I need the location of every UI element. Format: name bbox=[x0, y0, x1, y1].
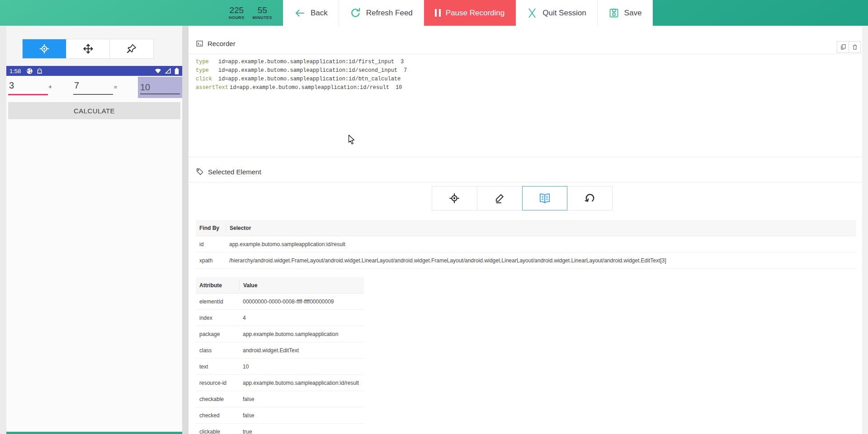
attribute-key: clickable bbox=[196, 429, 239, 434]
step-value: 7 bbox=[404, 66, 407, 75]
timer-hours-value: 225 bbox=[229, 6, 244, 15]
attribute-row: index 4 bbox=[196, 310, 364, 326]
cell-signal-icon bbox=[165, 68, 171, 74]
refresh-feed-button[interactable]: Refresh Feed bbox=[339, 0, 424, 26]
first-input-underline bbox=[8, 94, 48, 95]
attributes-table: Attribute Value elementId 00000000-0000-… bbox=[196, 277, 364, 434]
step-command: type bbox=[196, 58, 217, 66]
result-value: 10 bbox=[140, 82, 150, 93]
locate-element-button[interactable] bbox=[432, 186, 477, 210]
attribute-value: false bbox=[239, 412, 364, 419]
step-command: click bbox=[196, 75, 217, 84]
back-button[interactable]: Back bbox=[283, 0, 339, 26]
find-by-value: /hierarchy/android.widget.FrameLayout/an… bbox=[226, 257, 856, 264]
timer-minutes-value: 55 bbox=[258, 6, 267, 15]
copy-button[interactable] bbox=[837, 41, 849, 53]
find-by-value: app.example.butomo.sampleapplication:id/… bbox=[226, 241, 856, 247]
find-by-key: xpath bbox=[196, 257, 226, 264]
second-input-field[interactable]: 7 bbox=[74, 80, 79, 91]
pause-recording-label: Pause Recording bbox=[446, 9, 505, 18]
step-value: 3 bbox=[401, 58, 404, 66]
device-screen[interactable]: 3 + 7 = 10 CALCULATE bbox=[6, 76, 182, 432]
recorder-actions bbox=[837, 41, 861, 53]
timer-hours: 225 HOURS bbox=[229, 6, 245, 20]
save-floppy-icon bbox=[609, 8, 619, 19]
recorded-step: click id=app.example.butomo.sampleapplic… bbox=[196, 75, 407, 84]
attribute-header-cell: Attribute bbox=[196, 282, 239, 289]
recorder-bottom-divider bbox=[189, 157, 862, 157]
selector-header-cell: Selector bbox=[226, 224, 856, 233]
attribute-value: false bbox=[239, 396, 364, 402]
attribute-key: resource-id bbox=[196, 380, 239, 386]
find-by-header-cell: Find By bbox=[196, 225, 226, 231]
calculate-button[interactable]: CALCULATE bbox=[8, 102, 180, 119]
recorder-header: Recorder bbox=[196, 40, 236, 47]
left-scrollbar[interactable] bbox=[0, 26, 6, 434]
refresh-element-button[interactable] bbox=[567, 186, 613, 210]
topbar-button-group: Back Refresh Feed Pause Recording Quit S… bbox=[283, 0, 653, 26]
edit-element-button[interactable] bbox=[477, 186, 523, 210]
attribute-key: text bbox=[196, 364, 239, 370]
top-bar: 225 HOURS 55 MINUTES Back Refresh Feed bbox=[0, 0, 868, 26]
plus-label: + bbox=[48, 83, 52, 90]
mirror-toolbar bbox=[22, 39, 154, 59]
quit-x-icon bbox=[527, 7, 538, 19]
step-selector: id=app.example.butomo.sampleapplication:… bbox=[218, 66, 397, 75]
wifi-icon bbox=[155, 68, 161, 74]
save-button-label: Save bbox=[624, 9, 642, 18]
attribute-value: app.example.butomo.sampleapplication bbox=[239, 331, 364, 337]
pause-recording-button[interactable]: Pause Recording bbox=[424, 0, 516, 26]
timer-hours-unit: HOURS bbox=[229, 16, 245, 20]
save-button[interactable]: Save bbox=[598, 0, 653, 26]
quit-session-label: Quit Session bbox=[542, 9, 586, 18]
step-value: 10 bbox=[396, 84, 402, 92]
attribute-row: elementId 00000000-0000-0008-ffff-ffff00… bbox=[196, 294, 364, 310]
find-by-key: id bbox=[196, 241, 226, 247]
refresh-icon bbox=[350, 7, 361, 19]
recorder-title: Recorder bbox=[208, 40, 236, 47]
result-field-selected[interactable]: 10 bbox=[138, 77, 182, 98]
quit-session-button[interactable]: Quit Session bbox=[516, 0, 597, 26]
locate-tool-button[interactable] bbox=[23, 39, 66, 58]
pin-tool-button[interactable] bbox=[110, 39, 153, 58]
attribute-key: elementId bbox=[196, 299, 239, 305]
panel-divider-scrollbar[interactable] bbox=[182, 26, 189, 434]
delete-button[interactable] bbox=[849, 41, 861, 53]
attribute-key: checkable bbox=[196, 396, 239, 402]
equals-label: = bbox=[114, 84, 117, 90]
recorded-step: type id=app.example.butomo.sampleapplica… bbox=[196, 66, 407, 75]
edit-pencil-icon bbox=[494, 192, 505, 204]
refresh-loop-icon bbox=[584, 192, 596, 204]
locate-target-icon bbox=[448, 192, 460, 204]
app-root: 225 HOURS 55 MINUTES Back Refresh Feed bbox=[0, 0, 868, 434]
selected-element-title: Selected Element bbox=[208, 168, 261, 176]
element-details-button[interactable] bbox=[522, 186, 568, 210]
attribute-value: 10 bbox=[239, 364, 364, 370]
pin-icon bbox=[126, 43, 137, 54]
recorder-header-divider bbox=[189, 54, 862, 54]
page-scrollbar[interactable] bbox=[862, 26, 868, 434]
first-input-field[interactable]: 3 bbox=[9, 80, 14, 91]
step-command: assertText bbox=[196, 84, 228, 92]
sync-icon bbox=[26, 68, 33, 75]
selected-element-header-divider bbox=[189, 182, 862, 182]
find-by-table: Find By Selector id app.example.butomo.s… bbox=[196, 220, 856, 269]
attribute-row: clickable true bbox=[196, 424, 364, 434]
attribute-row: resource-id app.example.butomo.sampleapp… bbox=[196, 375, 364, 391]
attribute-key: package bbox=[196, 331, 239, 337]
move-tool-button[interactable] bbox=[66, 39, 110, 58]
attribute-row: checked false bbox=[196, 407, 364, 424]
device-bottom-strip bbox=[6, 432, 182, 434]
attribute-value: app.example.butomo.sampleapplication:id/… bbox=[239, 380, 364, 386]
recorder-log: type id=app.example.butomo.sampleapplica… bbox=[196, 58, 407, 92]
book-open-icon bbox=[538, 192, 551, 204]
selected-element-header: Selected Element bbox=[196, 168, 261, 176]
back-arrow-icon bbox=[294, 8, 306, 19]
attribute-row: text 10 bbox=[196, 359, 364, 375]
second-input-underline bbox=[73, 94, 113, 95]
attribute-row: checkable false bbox=[196, 391, 364, 407]
find-by-row-id: id app.example.butomo.sampleapplication:… bbox=[196, 236, 856, 252]
result-underline bbox=[140, 93, 180, 94]
attribute-row: class android.widget.EditText bbox=[196, 342, 364, 359]
attribute-key: index bbox=[196, 315, 239, 321]
